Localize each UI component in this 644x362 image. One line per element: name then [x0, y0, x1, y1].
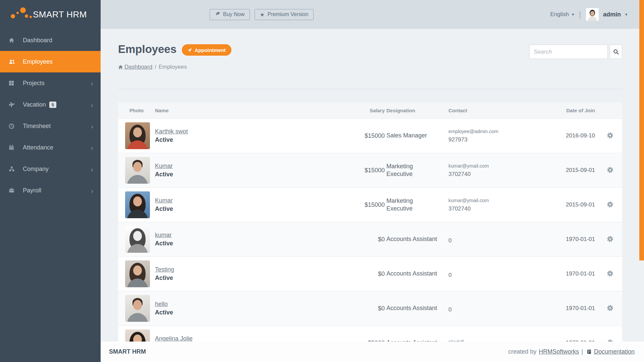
contact-phone: 0 — [448, 237, 537, 244]
table-row: kumarActive$0Accounts Assistant01970-01-… — [118, 222, 622, 257]
photo-cell — [118, 153, 155, 188]
book-icon — [587, 349, 592, 354]
home-icon — [118, 65, 123, 70]
sidebar-item-employees[interactable]: Employees — [0, 51, 101, 72]
column-date-of-join: Date of Join — [537, 103, 598, 119]
salary-cell: $15000 — [333, 153, 386, 188]
hrmsoftworks-link[interactable]: HRMSoftworks — [539, 348, 579, 355]
employee-name-link[interactable]: Testing — [155, 266, 174, 273]
photo-cell — [118, 257, 155, 291]
date-of-join-cell: 2016-09-10 — [537, 119, 598, 153]
search-button[interactable] — [609, 45, 622, 59]
sidebar-item-vacation[interactable]: Vacation5› — [0, 94, 101, 115]
sidebar-item-label: Employees — [23, 58, 53, 65]
employee-name-link[interactable]: hello — [155, 301, 168, 308]
designation-cell: Sales Manager — [386, 119, 448, 153]
designation-cell: Accounts Assistant — [386, 222, 448, 257]
sidebar-item-label: Payroll — [23, 187, 41, 194]
premium-version-button[interactable]: ★ Premium Version — [255, 9, 314, 20]
app-logo: SMART HRM — [0, 0, 101, 29]
row-settings-gear-button[interactable] — [606, 131, 614, 139]
chevron-right-icon: › — [91, 80, 93, 87]
logo-dots-icon — [8, 5, 33, 24]
sidebar-item-timesheet[interactable]: Timesheet› — [0, 115, 101, 137]
app-title: SMART HRM — [33, 9, 87, 20]
search-input[interactable] — [529, 45, 608, 59]
row-settings-gear-button[interactable] — [606, 200, 614, 208]
row-settings-gear-button[interactable] — [606, 166, 614, 174]
date-of-join-cell: 2015-09-01 — [537, 188, 598, 222]
employees-table: Photo Name Salary Designation Contact Da… — [118, 103, 622, 342]
page-title: Employees — [118, 43, 176, 56]
footer-credits: created by HRMSoftworks | Documentation — [508, 348, 635, 355]
breadcrumb-dashboard-link[interactable]: Dashboard — [124, 64, 152, 70]
footer-separator: | — [581, 348, 583, 355]
actions-cell — [598, 119, 622, 153]
employee-photo — [125, 122, 150, 149]
employee-status: Active — [155, 205, 333, 213]
designation-cell: Accounts Assistant — [386, 291, 448, 326]
contact-phone: 927973 — [448, 136, 537, 143]
vacation-count-badge: 5 — [49, 102, 56, 108]
name-cell: kumarActive — [155, 222, 333, 257]
employee-status: Active — [155, 240, 333, 247]
photo-cell — [118, 119, 155, 153]
salary-cell: $5000 — [333, 326, 386, 342]
photo-cell — [118, 326, 155, 342]
topbar-buttons: Buy Now ★ Premium Version — [210, 9, 314, 20]
actions-cell — [598, 188, 622, 222]
employee-photo — [125, 226, 150, 253]
contact-phone: 3702740 — [448, 205, 537, 212]
column-designation: Designation — [386, 103, 448, 119]
row-settings-gear-button[interactable] — [606, 235, 614, 243]
username: admin — [603, 11, 621, 18]
row-settings-gear-button[interactable] — [606, 304, 614, 312]
grid-icon — [9, 80, 18, 86]
name-cell: KumarActive — [155, 188, 333, 222]
employee-name-link[interactable]: Angelina Jolie — [155, 335, 193, 342]
sidebar-item-dashboard[interactable]: Dashboard — [0, 29, 101, 51]
actions-cell — [598, 153, 622, 188]
name-cell: Karthik swotActive — [155, 119, 333, 153]
sidebar-item-projects[interactable]: Projects› — [0, 72, 101, 94]
employee-name-link[interactable]: Kumar — [155, 163, 173, 170]
contact-cell: 0 — [448, 257, 537, 291]
content-divider — [118, 89, 622, 89]
employee-photo — [125, 157, 150, 184]
scrollbar-thumb[interactable] — [639, 0, 644, 260]
employee-name-link[interactable]: Karthik swot — [155, 128, 188, 135]
date-of-join-cell: 1970-01-01 — [537, 291, 598, 326]
sidebar-item-label: Company — [23, 166, 49, 173]
documentation-link[interactable]: Documentation — [594, 348, 635, 355]
name-cell: helloActive — [155, 291, 333, 326]
buy-now-button[interactable]: Buy Now — [210, 9, 250, 20]
sidebar-item-company[interactable]: Company› — [0, 158, 101, 180]
photo-cell — [118, 291, 155, 326]
appointment-button[interactable]: Appointment — [182, 44, 231, 56]
employee-name-link[interactable]: Kumar — [155, 197, 173, 204]
contact-cell: 0 — [448, 291, 537, 326]
row-settings-gear-button[interactable] — [606, 339, 614, 342]
chevron-right-icon: › — [91, 187, 93, 194]
date-of-join-cell: 1970-01-01 — [537, 257, 598, 291]
date-of-join-cell: 1970-01-01 — [537, 326, 598, 342]
sidebar-item-label: Projects — [23, 80, 45, 87]
employee-name-link[interactable]: kumar — [155, 232, 172, 239]
breadcrumb: Dashboard / Employees — [118, 64, 622, 70]
plane-icon — [9, 102, 18, 108]
language-dropdown[interactable]: English ▾ — [550, 11, 574, 18]
user-menu[interactable]: admin ▾ — [586, 8, 627, 21]
actions-cell — [598, 257, 622, 291]
sidebar-item-payroll[interactable]: Payroll› — [0, 180, 101, 201]
star-icon: ★ — [260, 12, 264, 17]
created-by-text: created by — [508, 348, 536, 355]
search-icon — [613, 49, 619, 55]
breadcrumb-separator: / — [155, 64, 156, 70]
row-settings-gear-button[interactable] — [606, 269, 614, 278]
app-window: SMART HRM DashboardEmployeesProjects›Vac… — [0, 0, 644, 362]
contact-cell: employee@admin.com927973 — [448, 119, 537, 153]
name-cell: Angelina JolieActive — [155, 326, 333, 342]
sidebar-item-attendance[interactable]: Attendance› — [0, 137, 101, 158]
sidebar-item-label: Attendance — [23, 144, 53, 151]
photo-cell — [118, 188, 155, 222]
